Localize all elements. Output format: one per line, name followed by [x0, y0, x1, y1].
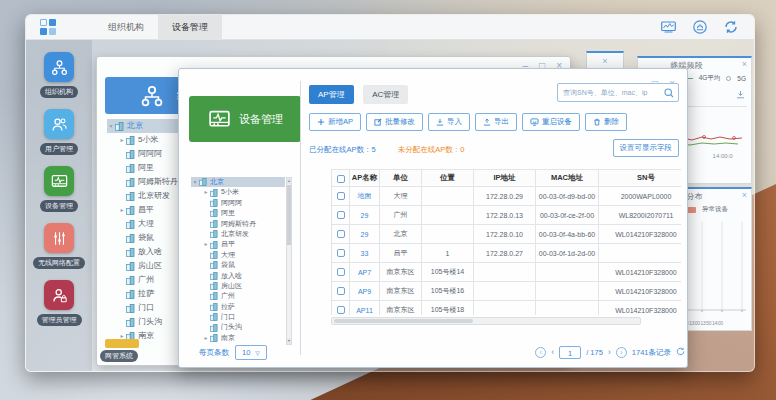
table-row[interactable]: AP7 南京东区 105号楼14 WL014210F328000 [332, 263, 682, 282]
tree-scrollbar[interactable]: ▴▾ [286, 177, 292, 345]
tree-item[interactable]: 阿姆斯特丹 [191, 219, 285, 229]
cell-ap-name[interactable]: 29 [350, 225, 380, 244]
first-page-button[interactable]: ‹ [535, 347, 546, 358]
unassigned-ap-count: 未分配在线AP数：0 [398, 145, 465, 155]
row-checkbox[interactable] [332, 244, 350, 263]
table-row[interactable]: AP9 南京东区 105号楼16 WL014210F328000 [332, 282, 682, 301]
tree-item-label: 阿姆斯特丹 [221, 219, 256, 229]
building-icon [126, 234, 135, 243]
tree-item[interactable]: 袋鼠 [191, 260, 285, 270]
set-visible-fields-button[interactable]: 设置可显示字段 [613, 139, 680, 157]
tree-item[interactable]: 北京研发 [191, 229, 285, 239]
row-checkbox[interactable] [332, 301, 350, 316]
refresh-icon[interactable] [724, 20, 738, 34]
building-icon [210, 282, 218, 290]
cell-ap-name[interactable]: AP11 [350, 301, 380, 316]
expander-icon[interactable]: ▸ [118, 133, 126, 147]
page-input[interactable]: 1 [559, 346, 581, 359]
table-row[interactable]: 29 广州 172.28.0.13 00-03-0f-ce-2f-00 WL82… [332, 206, 682, 225]
tree-item[interactable]: ▸ 南京 [191, 333, 285, 343]
tree-item[interactable]: ▸ 昌平 [191, 239, 285, 249]
tab-ac-management[interactable]: AC管理 [363, 85, 408, 104]
tree-item[interactable]: ▸ 5小米 [191, 187, 285, 197]
sidebar-item-wireless-config[interactable]: 无线网络配置 [33, 223, 85, 269]
tree-item-label: 昌平 [138, 203, 154, 217]
tree-item[interactable]: 门头沟 [191, 322, 285, 332]
close-icon[interactable]: × [742, 190, 747, 200]
tab-organization[interactable]: 组织机构 [94, 15, 158, 40]
system-button[interactable] [105, 339, 139, 348]
tab-ap-management[interactable]: AP管理 [309, 85, 354, 104]
row-checkbox[interactable] [332, 263, 350, 282]
monitor-chart-icon[interactable] [661, 21, 676, 33]
expander-icon[interactable]: ▾ [107, 119, 115, 133]
next-page-button[interactable]: › [608, 348, 611, 357]
expander-icon[interactable]: ▸ [118, 203, 126, 217]
sidebar-item-admins[interactable]: 管理员管理 [37, 280, 82, 326]
cell-location: 105号楼18 [422, 301, 474, 316]
last-page-button[interactable]: › [616, 347, 627, 358]
tree-item-label: 门头沟 [221, 322, 242, 332]
select-all-checkbox[interactable] [332, 170, 350, 187]
tree-item-label: 放入啥 [138, 245, 162, 259]
sidebar-item-users[interactable]: 用户管理 [40, 109, 78, 155]
sidebar-item-devices[interactable]: 设备管理 [40, 166, 78, 212]
add-ap-button[interactable]: 新增AP [309, 113, 361, 131]
cell-ap-name[interactable]: AP7 [350, 263, 380, 282]
search-icon[interactable] [664, 88, 674, 98]
row-checkbox[interactable] [332, 206, 350, 225]
import-button[interactable]: 导入 [428, 113, 470, 131]
tree-item[interactable]: 拉萨 [191, 302, 285, 312]
table-row[interactable]: 地面 大理 172.28.0.29 00-03-0f-d9-bd-00 2000… [332, 187, 682, 206]
building-icon [210, 220, 218, 228]
tree-item-label: 拉萨 [221, 302, 235, 312]
expander-icon[interactable]: ▾ [191, 177, 199, 187]
cell-unit: 北京 [380, 225, 422, 244]
tree-item[interactable]: 阿阿阿 [191, 198, 285, 208]
restart-device-button[interactable]: 重启设备 [522, 113, 580, 131]
expander-icon[interactable]: ▸ [202, 239, 210, 249]
close-icon[interactable]: × [742, 59, 747, 69]
search-input[interactable] [558, 89, 664, 96]
tree-item[interactable]: 阿里 [191, 208, 285, 218]
table-row[interactable]: 33 昌平 1 172.28.0.27 00-03-0f-1d-2d-00 [332, 244, 682, 263]
batch-edit-button[interactable]: 批量修改 [366, 113, 423, 131]
cell-ap-name[interactable]: AP9 [350, 282, 380, 301]
cell-ap-name[interactable]: 地面 [350, 187, 380, 206]
cell-ap-name[interactable]: 33 [350, 244, 380, 263]
tree-item[interactable]: 房山区 [191, 281, 285, 291]
table-horizontal-scrollbar[interactable] [331, 317, 641, 325]
download-icon[interactable] [736, 85, 745, 103]
table-row[interactable]: 29 北京 172.28.0.10 00-03-0f-4a-bb-60 WL01… [332, 225, 682, 244]
expander-icon[interactable]: ▸ [202, 187, 210, 197]
refresh-table-icon[interactable] [676, 347, 685, 358]
row-checkbox[interactable] [332, 187, 350, 206]
sidebar-item-organization[interactable]: 组织机构 [40, 52, 78, 98]
close-icon[interactable]: × [602, 56, 607, 66]
tree-item[interactable]: 放入啥 [191, 271, 285, 281]
tree-item[interactable]: 大理 [191, 250, 285, 260]
row-checkbox[interactable] [332, 225, 350, 244]
total-pages-label: / 175 [586, 348, 603, 357]
restart-icon [530, 118, 539, 126]
cell-ap-name[interactable]: 29 [350, 206, 380, 225]
cell-mac [536, 263, 599, 282]
building-icon [126, 262, 135, 271]
row-checkbox[interactable] [332, 282, 350, 301]
tree-item-label: 房山区 [138, 259, 162, 273]
alarm-icon[interactable] [693, 20, 707, 34]
tree-item[interactable]: 门口 [191, 312, 285, 322]
per-page-select[interactable]: 10▽ [235, 345, 267, 360]
prev-page-button[interactable]: ‹ [551, 348, 554, 357]
table-row[interactable]: AP11 南京东区 105号楼18 WL014210F328000 [332, 301, 682, 316]
delete-button[interactable]: 删除 [585, 113, 627, 131]
cell-unit: 昌平 [380, 244, 422, 263]
tree-item-label: 阿姆斯特丹 [138, 175, 178, 189]
tab-device-management[interactable]: 设备管理 [158, 15, 222, 40]
building-icon [210, 313, 218, 321]
building-icon [210, 199, 218, 207]
tree-item[interactable]: 广州 [191, 291, 285, 301]
tree-item[interactable]: ▾ 北京 [191, 177, 285, 187]
export-button[interactable]: 导出 [475, 113, 517, 131]
expander-icon[interactable]: ▸ [202, 333, 210, 343]
